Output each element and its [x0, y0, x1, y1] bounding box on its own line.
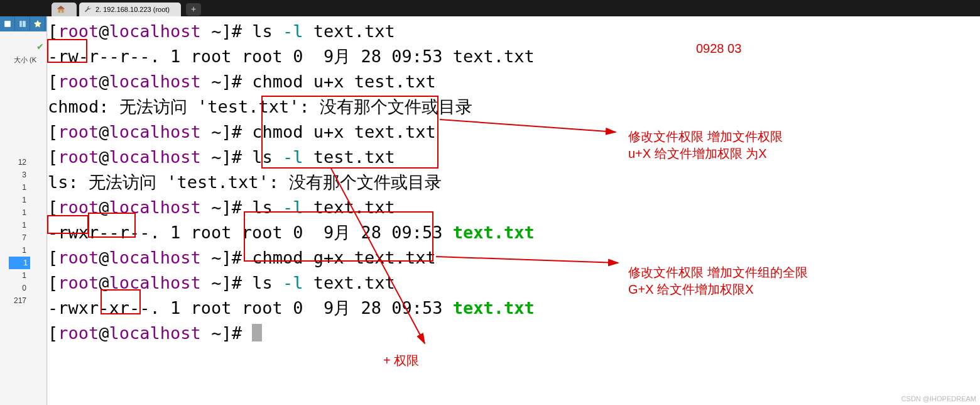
highlight-box-6 [101, 289, 141, 314]
highlight-box-2 [261, 96, 438, 169]
highlight-box-5 [244, 211, 433, 262]
terminal[interactable]: [root@localhost ~]# ls -l text.txt -rw-r… [48, 16, 980, 405]
sidebar-number: 12 [14, 156, 26, 169]
sidebar-number: 1 [14, 244, 26, 257]
note-2-line-1: 修改文件权限 增加文件组的全限 [628, 264, 808, 281]
sidebar-numbers: 123111171110217 [14, 156, 26, 307]
highlight-box-3 [47, 215, 89, 234]
sidebar-number: 1 [14, 194, 26, 206]
svg-rect-2 [23, 21, 26, 27]
sidebar-tab-1[interactable] [0, 17, 15, 31]
sidebar-selected-row[interactable]: 1 [9, 257, 30, 269]
sidebar-tab-2[interactable] [15, 17, 30, 31]
highlight-box-4 [88, 213, 136, 238]
sidebar-tabs [0, 16, 46, 31]
terminal-content: [root@localhost ~]# ls -l text.txt -rw-r… [48, 19, 980, 346]
highlight-box-1 [47, 39, 87, 63]
size-column-header: 大小 (K [14, 55, 36, 65]
sidebar-number: 1 [14, 269, 26, 282]
svg-rect-0 [4, 21, 11, 27]
sidebar-number: 1 [14, 219, 26, 231]
note-1-line-2: u+X 给文件增加权限 为X [628, 145, 783, 162]
wrench-icon [84, 6, 92, 13]
active-tab[interactable]: 2. 192.168.10.223 (root) [79, 3, 181, 16]
tab-label: 2. 192.168.10.223 (root) [95, 6, 170, 13]
note-2: 修改文件权限 增加文件组的全限 G+X 给文件增加权限X [628, 264, 808, 298]
tab-bar: 2. 192.168.10.223 (root) + [0, 0, 980, 16]
sidebar-number: 1 [14, 181, 26, 194]
note-1: 修改文件权限 增加文件权限 u+X 给文件增加权限 为X [628, 128, 783, 162]
date-annotation: 0928 03 [696, 42, 741, 56]
add-tab-button[interactable]: + [186, 3, 201, 16]
check-icon: ✔ [36, 42, 44, 52]
sidebar-number: 0 [14, 282, 26, 294]
sidebar: ✔ 大小 (K 123111171110217 1 [0, 16, 47, 405]
sidebar-number: 7 [14, 231, 26, 244]
watermark: CSDN @IHOPEDREAM [901, 395, 976, 402]
home-icon [57, 5, 65, 14]
sidebar-number: 217 [14, 294, 26, 307]
note-3: + 权限 [383, 352, 419, 369]
note-2-line-2: G+X 给文件增加权限X [628, 281, 808, 298]
note-1-line-1: 修改文件权限 增加文件权限 [628, 128, 783, 145]
home-tab[interactable] [52, 3, 77, 16]
sidebar-tab-3[interactable] [30, 17, 45, 31]
svg-rect-1 [19, 21, 22, 27]
sidebar-number: 1 [14, 206, 26, 219]
sidebar-number: 3 [14, 169, 26, 181]
